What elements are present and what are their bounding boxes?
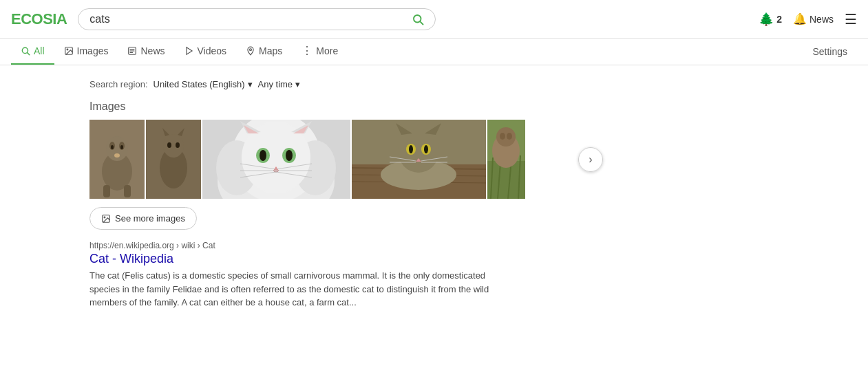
filters-row: Search region: United States (English) ▾… bbox=[89, 74, 608, 100]
time-chevron-icon: ▾ bbox=[295, 79, 300, 89]
svg-point-27 bbox=[167, 142, 171, 148]
news-header-button[interactable]: 🔔 News bbox=[793, 12, 834, 25]
header: ECOSIA 🌲 2 🔔 News ☰ bbox=[0, 0, 868, 39]
see-more-images-label: See more images bbox=[115, 213, 185, 224]
region-filter[interactable]: United States (English) ▾ bbox=[154, 79, 253, 89]
result-url: https://en.wikipedia.org › wiki › Cat bbox=[89, 241, 608, 250]
cat-img-1-svg bbox=[89, 120, 145, 199]
svg-point-62 bbox=[424, 145, 428, 153]
more-dots-icon: ⋮ bbox=[301, 45, 313, 56]
tab-videos[interactable]: Videos bbox=[175, 39, 237, 65]
svg-rect-21 bbox=[124, 185, 131, 197]
main-content: Search region: United States (English) ▾… bbox=[0, 65, 620, 318]
tree-icon: 🌲 bbox=[759, 12, 774, 27]
svg-line-3 bbox=[28, 53, 30, 55]
images-strip: › bbox=[89, 120, 608, 199]
svg-point-18 bbox=[120, 145, 123, 149]
region-chevron-icon: ▾ bbox=[248, 79, 253, 89]
cat-img-4-svg bbox=[352, 120, 486, 199]
images-section: Images bbox=[89, 100, 608, 230]
svg-point-19 bbox=[114, 153, 120, 158]
ecosia-logo[interactable]: ECOSIA bbox=[11, 10, 67, 28]
svg-point-5 bbox=[67, 49, 68, 50]
svg-point-60 bbox=[409, 145, 413, 153]
svg-rect-20 bbox=[103, 185, 110, 197]
tab-videos-label: Videos bbox=[198, 45, 227, 56]
svg-point-42 bbox=[286, 150, 293, 161]
time-value: Any time bbox=[258, 79, 293, 89]
see-more-images-button[interactable]: See more images bbox=[89, 207, 197, 230]
svg-point-24 bbox=[163, 134, 184, 158]
cat-img-5-svg bbox=[487, 120, 525, 199]
svg-point-56 bbox=[398, 129, 439, 173]
search-icon bbox=[412, 13, 424, 25]
time-filter[interactable]: Any time ▾ bbox=[258, 79, 301, 89]
tree-counter: 🌲 2 bbox=[759, 12, 782, 27]
tab-images[interactable]: Images bbox=[54, 39, 118, 65]
search-result-wikipedia: https://en.wikipedia.org › wiki › Cat Ca… bbox=[89, 241, 608, 310]
news-header-label: News bbox=[809, 14, 834, 25]
region-value: United States (English) bbox=[154, 79, 245, 89]
tab-more-label: More bbox=[316, 45, 338, 56]
cat-image-2[interactable] bbox=[146, 120, 201, 199]
maps-tab-icon bbox=[246, 46, 255, 56]
images-next-button[interactable]: › bbox=[578, 147, 603, 172]
svg-line-1 bbox=[421, 21, 423, 24]
svg-marker-10 bbox=[186, 47, 191, 55]
news-tab-icon bbox=[127, 46, 137, 56]
cat-img-2-svg bbox=[146, 120, 201, 199]
svg-point-79 bbox=[104, 217, 105, 218]
settings-button[interactable]: Settings bbox=[803, 39, 857, 64]
search-region-label: Search region: bbox=[89, 79, 148, 89]
cat-image-1[interactable] bbox=[89, 120, 145, 199]
search-input[interactable] bbox=[89, 13, 406, 25]
svg-point-17 bbox=[111, 145, 114, 149]
svg-point-76 bbox=[500, 133, 505, 140]
tab-news[interactable]: News bbox=[118, 39, 174, 65]
tab-images-label: Images bbox=[77, 45, 109, 56]
tab-all-label: All bbox=[34, 45, 45, 56]
see-more-images-icon bbox=[101, 214, 111, 224]
hamburger-icon[interactable]: ☰ bbox=[845, 11, 857, 28]
videos-tab-icon bbox=[184, 46, 194, 56]
next-chevron-icon: › bbox=[589, 153, 592, 166]
cat-img-3-svg bbox=[202, 120, 350, 199]
tab-maps[interactable]: Maps bbox=[236, 39, 292, 65]
cat-image-5[interactable] bbox=[487, 120, 525, 199]
images-tab-icon bbox=[64, 46, 74, 56]
header-right: 🌲 2 🔔 News ☰ bbox=[759, 11, 857, 28]
tab-news-label: News bbox=[140, 45, 165, 56]
tree-count: 2 bbox=[776, 14, 782, 25]
cat-image-3[interactable] bbox=[202, 120, 350, 199]
svg-point-28 bbox=[176, 142, 180, 148]
result-title[interactable]: Cat - Wikipedia bbox=[89, 252, 608, 266]
tab-more[interactable]: ⋮ More bbox=[292, 39, 348, 65]
svg-point-75 bbox=[496, 127, 516, 147]
svg-point-11 bbox=[250, 49, 252, 51]
all-tab-icon bbox=[21, 46, 30, 56]
bell-icon: 🔔 bbox=[793, 12, 807, 25]
result-snippet: The cat (Felis catus) is a domestic spec… bbox=[89, 269, 516, 310]
svg-point-77 bbox=[507, 133, 512, 140]
search-button[interactable] bbox=[412, 13, 424, 25]
images-heading: Images bbox=[89, 100, 608, 113]
tab-maps-label: Maps bbox=[259, 45, 282, 56]
nav-tabs: All Images News Videos Maps ⋮ More Setti… bbox=[0, 39, 868, 65]
tab-all[interactable]: All bbox=[11, 39, 54, 65]
cat-image-4[interactable] bbox=[352, 120, 486, 199]
search-bar-container bbox=[78, 8, 436, 30]
svg-point-40 bbox=[260, 150, 266, 161]
